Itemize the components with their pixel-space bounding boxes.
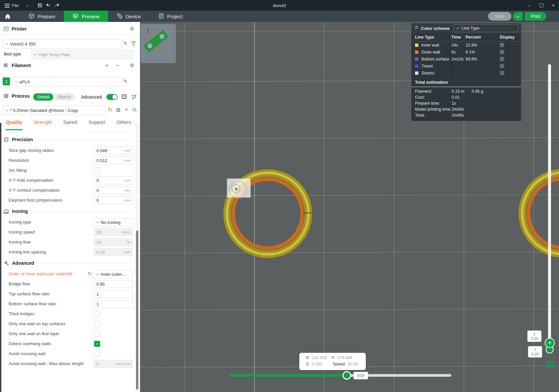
filament-preset-select[interactable]: ePLA xyxy=(12,77,123,86)
layer-slider-upper-handle[interactable]: + xyxy=(545,338,555,348)
view-mode-select[interactable]: Line Type xyxy=(454,24,518,32)
setting-row: Resolution0.012mm xyxy=(0,155,136,165)
scope-global-pill[interactable]: Global xyxy=(33,93,53,101)
setting-control: inner-outer-... xyxy=(94,270,134,278)
setting-input[interactable]: 1 xyxy=(94,290,133,298)
setting-select[interactable]: No ironing xyxy=(94,218,133,227)
printer-preset-select[interactable]: Voron2.4 350 xyxy=(3,39,122,49)
close-button[interactable]: × xyxy=(550,2,557,9)
maximize-button[interactable] xyxy=(538,2,545,9)
delete-preset-icon[interactable]: × xyxy=(123,107,129,113)
search-settings-icon[interactable] xyxy=(132,107,138,113)
process-tab-others[interactable]: Others xyxy=(117,120,131,130)
remove-filament-button[interactable]: − xyxy=(114,62,120,68)
display-checkbox[interactable]: ✓ xyxy=(500,43,504,47)
setting-unit: mm xyxy=(124,148,130,152)
display-checkbox[interactable] xyxy=(500,71,504,75)
layer-slider[interactable] xyxy=(548,64,551,347)
wifi-connection-icon[interactable] xyxy=(130,40,136,46)
setting-checkbox[interactable] xyxy=(94,321,100,327)
print-button[interactable]: Print xyxy=(525,12,546,21)
file-menu[interactable]: File xyxy=(0,3,29,8)
setting-unit: mm/s xyxy=(121,230,130,234)
printer-settings-gear-icon[interactable]: ⚙ xyxy=(129,26,135,32)
layers-icon xyxy=(72,13,78,20)
setting-input[interactable]: 0.15mm xyxy=(94,248,133,256)
save-preset-icon[interactable] xyxy=(115,107,121,113)
minimize-button[interactable]: – xyxy=(526,2,533,9)
setting-input[interactable]: 0mm xyxy=(94,186,133,194)
setting-checkbox[interactable] xyxy=(94,167,100,173)
setting-input[interactable]: 0.049mm xyxy=(94,147,133,154)
nav-tab-label: Prepare xyxy=(38,14,55,19)
scrollbar-thumb[interactable] xyxy=(136,231,138,389)
save-button[interactable] xyxy=(36,2,44,9)
setting-input[interactable]: 0mm xyxy=(94,196,133,204)
setting-input[interactable]: 1 xyxy=(94,300,133,308)
plate-thumbnail-selected[interactable]: 1 xyxy=(143,26,170,56)
setting-checkbox[interactable]: ✓ xyxy=(94,341,100,347)
process-tab-support[interactable]: Support xyxy=(88,120,105,130)
process-tab-quality[interactable]: Quality xyxy=(6,120,22,130)
setting-input[interactable]: 0mm xyxy=(94,176,133,184)
display-checkbox[interactable]: ✓ xyxy=(500,50,504,54)
preset-compare-icon[interactable] xyxy=(131,94,137,100)
setting-input[interactable]: 0mm or % xyxy=(94,360,133,368)
chevron-down-icon xyxy=(5,108,9,112)
setting-input[interactable]: 0.012mm xyxy=(94,156,133,164)
setting-input[interactable]: 10% xyxy=(94,238,133,246)
layer-height: 0.20 xyxy=(531,352,538,356)
advanced-icon xyxy=(3,260,9,266)
section-divider xyxy=(36,140,133,140)
setting-list-icon[interactable] xyxy=(121,94,127,100)
add-filament-button[interactable]: ＋ xyxy=(104,62,110,68)
display-checkbox[interactable] xyxy=(500,64,504,68)
redo-button[interactable] xyxy=(53,2,62,9)
estimation-row: Cost:0.01 xyxy=(411,94,521,100)
estimation-label: Total: xyxy=(411,113,452,118)
slice-button[interactable]: Slice xyxy=(488,12,511,21)
setting-control: ✓ xyxy=(94,341,134,347)
undo-button[interactable] xyxy=(44,2,53,9)
setting-control: 0.049mm xyxy=(94,147,134,154)
printer-icon xyxy=(3,26,9,32)
bed-type-select[interactable]: High Temp Plate xyxy=(31,50,133,59)
process-tab-strength[interactable]: Strength xyxy=(34,120,52,130)
process-icon xyxy=(3,93,9,99)
reset-preset-icon[interactable]: ↻ xyxy=(107,107,113,113)
precision-icon xyxy=(3,137,9,143)
nav-tab-prepare[interactable]: Prepare xyxy=(20,11,64,22)
legend-col-linetype: Line Type xyxy=(411,35,451,40)
home-button[interactable] xyxy=(0,11,15,22)
display-checkbox[interactable]: ✓ xyxy=(500,57,504,61)
print-dropdown-button[interactable] xyxy=(513,12,523,21)
setting-select[interactable]: inner-outer-... xyxy=(94,270,133,278)
printer-edit-icon[interactable]: ✎ xyxy=(122,41,128,47)
move-slider-handle[interactable] xyxy=(343,371,351,380)
process-preset-select[interactable]: * 0.20mm Standard @Voron - Copy xyxy=(3,106,105,115)
scope-objects-pill[interactable]: Objects xyxy=(53,93,75,101)
filament-edit-icon[interactable]: ✎ xyxy=(122,78,128,84)
collapse-panel-icon[interactable] xyxy=(415,27,418,30)
color-swatch xyxy=(415,71,418,75)
settings-scrollbar[interactable] xyxy=(136,123,139,392)
process-scope-toggle[interactable]: Global Objects xyxy=(33,93,75,101)
filament-settings-gear-icon[interactable]: ⚙ xyxy=(129,62,135,68)
setting-input[interactable]: 0.95 xyxy=(94,280,133,288)
setting-input[interactable]: 30mm/s xyxy=(94,228,133,236)
setting-checkbox[interactable] xyxy=(94,331,100,337)
advanced-mode-toggle[interactable] xyxy=(106,94,118,100)
nav-tab-project[interactable]: Project xyxy=(150,11,192,22)
setting-checkbox[interactable] xyxy=(94,351,100,357)
move-slider-fill xyxy=(230,374,347,377)
reset-setting-icon[interactable]: ↻ xyxy=(88,271,92,277)
setting-label: X-Y hole compensation xyxy=(9,178,94,183)
process-preset-value: * 0.20mm Standard @Voron - Copy xyxy=(10,108,78,113)
nav-tab-device[interactable]: Device xyxy=(108,11,150,22)
setting-checkbox[interactable] xyxy=(94,311,100,317)
process-tab-speed[interactable]: Speed xyxy=(63,120,77,130)
layers-view-icon[interactable] xyxy=(545,360,554,368)
setting-unit: mm xyxy=(124,158,130,162)
nav-tab-preview[interactable]: Preview xyxy=(64,11,108,22)
move-slider[interactable] xyxy=(230,374,451,377)
